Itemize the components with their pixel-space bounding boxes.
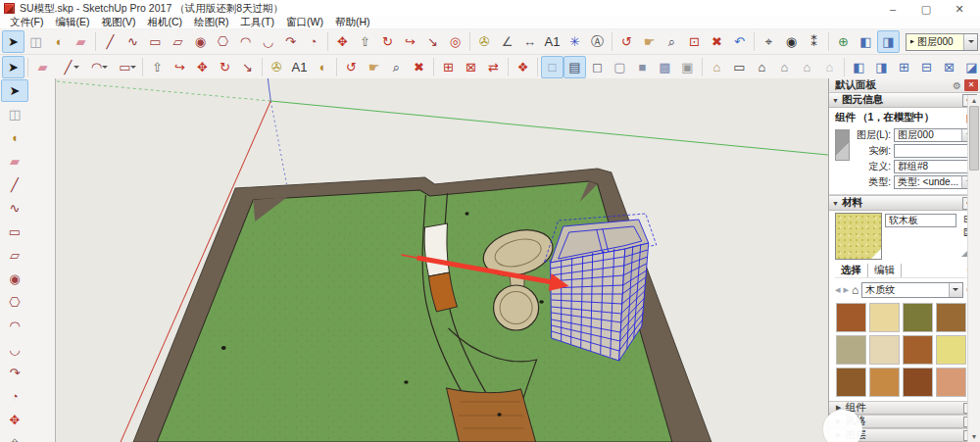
nav-back-icon[interactable]: ◂ [835,283,841,296]
rotate-tool-icon[interactable]: ↻ [376,30,399,53]
material-swatch-9[interactable] [836,368,866,397]
definition-input[interactable]: 群组#8 [894,160,976,173]
view-iso-icon[interactable]: ⌂ [706,56,728,78]
scroll-down-icon[interactable]: ▼ [968,431,980,442]
viewport[interactable] [56,78,828,442]
rectangle-tool-icon[interactable]: ▭ [111,56,139,78]
section-plane-tool-icon[interactable]: ⊕ [832,30,855,53]
text-tool-icon[interactable]: A1 [288,56,311,78]
push-pull-tool-icon[interactable]: ⇧ [1,432,28,442]
material-name-input[interactable]: 软木板 [885,214,956,227]
view-top-icon[interactable]: ▭ [728,56,751,78]
rectangle-tool-icon[interactable]: ▭ [1,221,28,243]
style-shaded-icon[interactable]: ■ [631,56,654,78]
zoom-tool-icon[interactable]: ⌕ [385,56,408,78]
previous-view-tool-icon[interactable]: ↶ [728,30,751,53]
pan-tool-icon[interactable]: ☛ [363,56,385,78]
line-tool-icon[interactable]: ╱ [99,30,122,53]
materials-header[interactable]: ▼ 材料 ▬ [829,195,980,211]
white-path-patch[interactable] [424,223,449,276]
menu-window[interactable]: 窗口(W) [280,16,329,28]
select-tool-icon[interactable]: ➤ [2,56,24,78]
solid-subtract-icon[interactable]: ⊟ [915,56,938,78]
rotated-rectangle-tool-icon[interactable]: ▱ [167,30,189,53]
dimension-tool-icon[interactable]: ↔ [518,30,541,53]
zoom-window-tool-icon[interactable]: ⊡ [683,30,706,53]
arc-tool-icon[interactable]: ◠ [82,56,111,78]
material-swatch-3[interactable] [903,303,933,332]
minimize-button[interactable]: – [876,2,909,16]
look-around-tool-icon[interactable]: ◉ [780,30,803,53]
material-swatch-2[interactable] [869,303,900,332]
display-section-cuts-icon[interactable]: ◨ [877,30,900,53]
make-component-icon[interactable]: ◫ [1,103,28,125]
style-xray-icon[interactable]: □ [541,56,564,78]
make-component-icon[interactable]: ◫ [24,30,47,53]
select-tool-icon[interactable]: ➤ [1,79,28,102]
offset-tool-icon[interactable]: ◎ [444,30,466,53]
solid-intersect-icon[interactable]: ◨ [870,56,893,78]
get-models-icon[interactable]: ⊞ [437,56,460,78]
tab-select[interactable]: 选择 [835,264,868,277]
arc-tool-icon[interactable]: ◠ [234,30,257,53]
eraser-icon[interactable]: ▰ [31,56,54,78]
menu-draw[interactable]: 绘图(R) [188,16,235,28]
share-model-icon[interactable]: ⊠ [460,56,482,78]
scale-tool-icon[interactable]: ↘ [421,30,444,53]
zoom-extents-tool-icon[interactable]: ✖ [408,56,430,78]
instance-input[interactable] [894,144,976,158]
material-swatch-12[interactable] [936,368,966,397]
material-swatch-7[interactable] [903,335,933,365]
display-section-planes-icon[interactable]: ◧ [855,30,877,53]
protractor-tool-icon[interactable]: ∠ [496,30,518,53]
solid-outer-shell-icon[interactable]: ◧ [848,56,870,78]
three-point-arc-tool-icon[interactable]: ↷ [1,362,28,384]
solid-split-icon[interactable]: ◪ [960,56,980,78]
share-component-icon[interactable]: ⇄ [482,56,505,78]
nav-forward-icon[interactable]: ▸ [844,283,850,296]
component-sampler-icon[interactable]: ❖ [512,56,534,78]
layer-combo[interactable]: 图层000 [906,33,978,51]
view-right-icon[interactable]: ⌂ [818,56,841,78]
view-left-icon[interactable]: ⌂ [796,56,818,78]
menu-tools[interactable]: 工具(T) [235,16,280,28]
scroll-up-icon[interactable]: ▲ [968,95,980,106]
3d-text-tool-icon[interactable]: Ⓐ [586,30,609,53]
circle-tool-icon[interactable]: ◉ [189,30,212,53]
panel-options-icon[interactable]: ⚙ [953,80,961,91]
eraser-icon[interactable]: ▰ [70,30,92,53]
rotated-rectangle-tool-icon[interactable]: ▱ [1,244,28,267]
maximize-button[interactable]: ▢ [909,2,943,16]
rotate-tool-icon[interactable]: ↻ [214,56,236,78]
scale-tool-icon[interactable]: ↘ [236,56,259,78]
zoom-tool-icon[interactable]: ⌕ [661,30,683,53]
text-tool-icon[interactable]: A1 [541,30,564,53]
menu-help[interactable]: 帮助(H) [329,16,376,28]
orbit-tool-icon[interactable]: ↺ [340,56,363,78]
push-pull-tool-icon[interactable]: ⇧ [146,56,169,78]
two-point-arc-tool-icon[interactable]: ◡ [257,30,279,53]
polygon-tool-icon[interactable]: ⎔ [1,291,28,314]
scrollbar-thumb[interactable] [969,106,979,171]
tab-edit[interactable]: 编辑 [868,264,902,277]
material-swatch-4[interactable] [936,303,966,332]
material-swatch-5[interactable] [836,335,866,365]
dropdown-arrow-icon[interactable] [949,283,962,297]
collection-combo[interactable]: 木质纹 [861,282,963,298]
move-tool-icon[interactable]: ✥ [191,56,214,78]
style-monochrome-icon[interactable]: ▣ [676,56,699,78]
move-tool-icon[interactable]: ✥ [331,30,354,53]
tape-measure-tool-icon[interactable]: ✇ [473,30,496,53]
entity-info-header[interactable]: ▼ 图元信息 ▬ [829,92,980,108]
material-preview[interactable] [835,213,882,260]
home-icon[interactable]: ⌂ [852,283,858,297]
walk-tool-icon[interactable]: ⁑ [803,30,825,53]
paint-bucket-icon[interactable]: ◖ [311,56,333,78]
panel-header[interactable]: 默认面板 ⚙ ✕ [829,78,980,92]
pie-tool-icon[interactable]: ◔ [1,385,28,408]
view-front-icon[interactable]: ⌂ [751,56,773,78]
circle-tool-icon[interactable]: ◉ [1,268,28,290]
line-tool-icon[interactable]: ╱ [54,56,82,78]
tape-measure-tool-icon[interactable]: ✇ [266,56,288,78]
material-swatch-8[interactable] [936,335,966,365]
